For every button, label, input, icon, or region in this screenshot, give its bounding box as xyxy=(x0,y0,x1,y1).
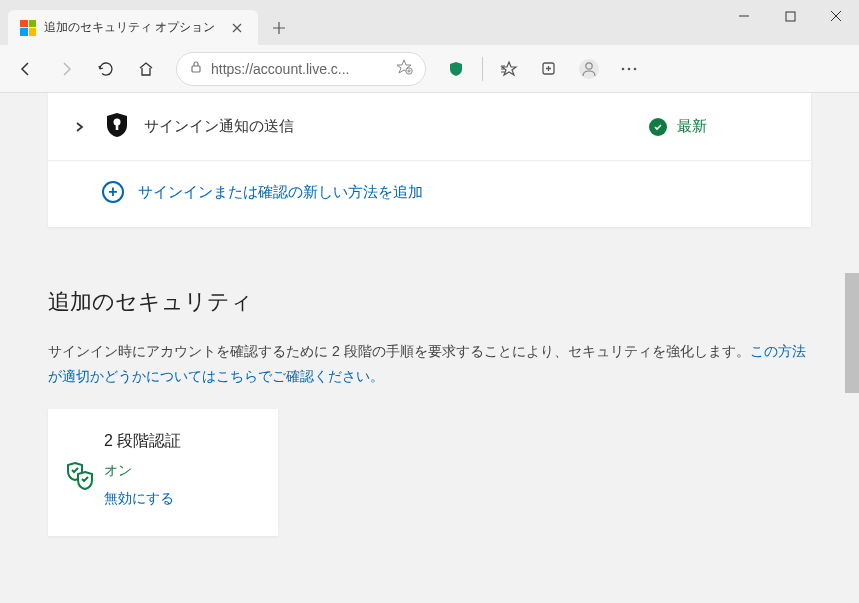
security-shield-icon[interactable] xyxy=(438,51,474,87)
two-step-title: 2 段階認証 xyxy=(104,431,252,452)
two-step-card: 2 段階認証 オン 無効にする xyxy=(48,409,278,536)
new-tab-button[interactable] xyxy=(262,11,296,45)
tab-close-button[interactable] xyxy=(228,18,246,38)
add-favorite-star-icon[interactable] xyxy=(395,58,413,79)
svg-point-7 xyxy=(628,67,631,70)
security-badge-icon xyxy=(104,111,130,142)
browser-tab[interactable]: 追加のセキュリティ オプション xyxy=(8,10,258,45)
microsoft-icon xyxy=(20,20,36,36)
svg-rect-10 xyxy=(116,124,119,130)
window-controls xyxy=(721,0,859,32)
svg-point-8 xyxy=(634,67,637,70)
checkmark-icon xyxy=(649,118,667,136)
double-check-shield-icon xyxy=(64,459,96,494)
tab-title: 追加のセキュリティ オプション xyxy=(44,19,220,36)
desc-text: サインイン時にアカウントを確認するために 2 段階の手順を要求することにより、セ… xyxy=(48,343,750,359)
status: 最新 xyxy=(649,117,787,136)
disable-two-step-link[interactable]: 無効にする xyxy=(104,490,252,508)
tabs-area: 追加のセキュリティ オプション xyxy=(0,0,721,45)
status-text: 最新 xyxy=(677,117,707,136)
address-text: https://account.live.c... xyxy=(211,61,387,77)
home-button[interactable] xyxy=(128,51,164,87)
collections-button[interactable] xyxy=(531,51,567,87)
address-bar[interactable]: https://account.live.c... xyxy=(176,52,426,86)
browser-toolbar: https://account.live.c... xyxy=(0,45,859,93)
add-signin-method-button[interactable]: + サインインまたは確認の新しい方法を追加 xyxy=(48,161,811,227)
two-step-status: オン xyxy=(104,462,252,480)
plus-circle-icon: + xyxy=(102,181,124,203)
minimize-button[interactable] xyxy=(721,0,767,32)
signin-notification-row[interactable]: サインイン通知の送信 最新 xyxy=(48,93,811,161)
forward-button xyxy=(48,51,84,87)
page-content: サインイン通知の送信 最新 + サインインまたは確認の新しい方法を追加 追加のセ… xyxy=(0,93,859,603)
separator xyxy=(482,57,483,81)
profile-button[interactable] xyxy=(571,51,607,87)
refresh-button[interactable] xyxy=(88,51,124,87)
svg-point-6 xyxy=(622,67,625,70)
scrollbar-thumb[interactable] xyxy=(845,273,859,393)
maximize-button[interactable] xyxy=(767,0,813,32)
close-window-button[interactable] xyxy=(813,0,859,32)
add-method-label: サインインまたは確認の新しい方法を追加 xyxy=(138,183,423,202)
title-bar: 追加のセキュリティ オプション xyxy=(0,0,859,45)
menu-button[interactable] xyxy=(611,51,647,87)
section-description: サインイン時にアカウントを確認するために 2 段階の手順を要求することにより、セ… xyxy=(48,339,811,389)
favorites-button[interactable] xyxy=(491,51,527,87)
section-title: 追加のセキュリティ xyxy=(48,287,811,317)
svg-rect-0 xyxy=(786,12,795,21)
row-label: サインイン通知の送信 xyxy=(144,117,649,136)
back-button[interactable] xyxy=(8,51,44,87)
chevron-right-icon xyxy=(72,120,96,134)
lock-icon xyxy=(189,60,203,77)
svg-rect-1 xyxy=(192,66,200,72)
signin-methods-card: サインイン通知の送信 最新 + サインインまたは確認の新しい方法を追加 xyxy=(48,93,811,227)
additional-security-section: 追加のセキュリティ サインイン時にアカウントを確認するために 2 段階の手順を要… xyxy=(48,287,811,536)
